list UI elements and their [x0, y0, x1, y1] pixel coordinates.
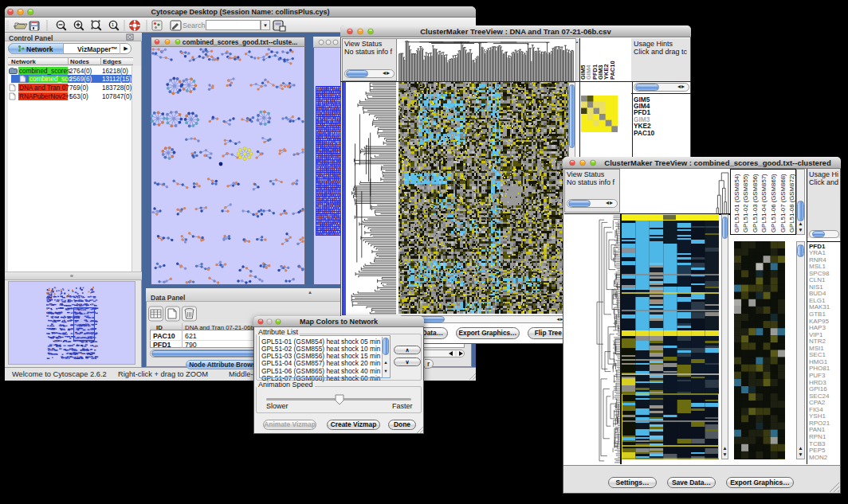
- svg-text:GPL51-06 (GSM865): GPL51-06 (GSM865): [770, 174, 777, 232]
- svg-text:GPL51-08 (GSM872): GPL51-08 (GSM872): [788, 174, 795, 232]
- svg-text:PAC10: PAC10: [609, 61, 616, 80]
- svg-text:GPL51-04 (GSM857): GPL51-04 (GSM857): [760, 174, 768, 232]
- svg-text:GPL51-03 (GSM856): GPL51-03 (GSM856): [752, 174, 759, 232]
- svg-text:GPL51-02 (GSM855): GPL51-02 (GSM855): [742, 174, 749, 232]
- svg-text:GPL51-07 (GSM868): GPL51-07 (GSM868): [779, 174, 787, 232]
- svg-text:1: 1: [112, 22, 114, 27]
- svg-text:GPL51-01 (GSM854): GPL51-01 (GSM854): [733, 174, 740, 232]
